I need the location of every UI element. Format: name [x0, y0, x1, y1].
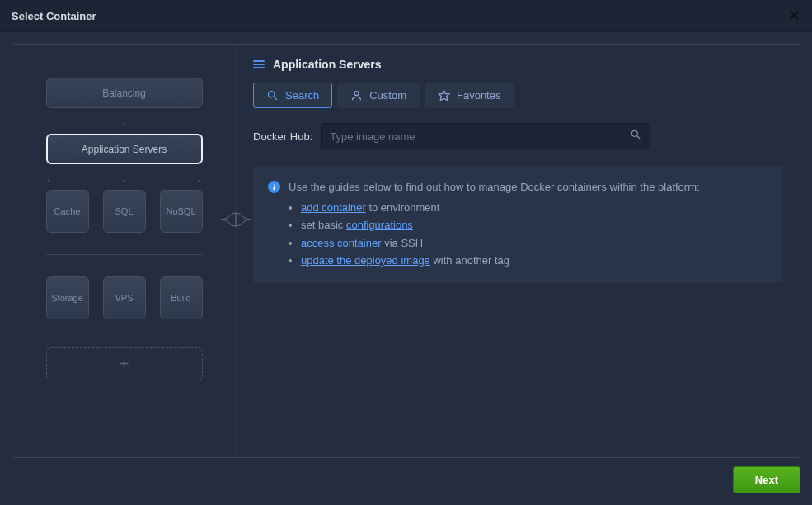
details-panel: Application Servers Search Custom	[237, 45, 800, 457]
arrow-down-icon: ↓	[121, 164, 128, 190]
next-button[interactable]: Next	[733, 466, 800, 493]
star-icon	[438, 89, 450, 101]
node-nosql[interactable]: NoSQL	[160, 190, 203, 233]
node-cache[interactable]: Cache	[46, 190, 89, 233]
list-item: update the deployed image with another t…	[301, 252, 768, 270]
node-storage[interactable]: Storage	[46, 276, 89, 319]
divider	[46, 254, 203, 255]
info-text: via SSH	[382, 237, 424, 249]
close-icon[interactable]: ✕	[788, 7, 800, 25]
search-row: Docker Hub:	[253, 123, 783, 149]
search-label: Docker Hub:	[253, 130, 312, 143]
info-box: i Use the guides below to find out how t…	[253, 166, 783, 283]
tab-custom[interactable]: Custom	[337, 83, 420, 108]
info-text: with another tag	[430, 254, 509, 267]
magnifier-icon[interactable]	[630, 129, 641, 144]
svg-marker-3	[439, 90, 449, 101]
user-icon	[350, 89, 363, 101]
extra-node-row: Storage VPS Build	[46, 276, 203, 319]
dialog-title: Select Container	[12, 10, 96, 22]
footer: Next	[12, 458, 800, 493]
tab-label: Custom	[369, 89, 406, 101]
tab-search[interactable]: Search	[253, 83, 332, 108]
arrow-down-icon: ↓	[121, 108, 128, 134]
arrow-row: ↓ ↓ ↓	[46, 164, 203, 190]
node-vps[interactable]: VPS	[103, 276, 146, 319]
panel-header: Application Servers	[253, 56, 783, 83]
db-node-row: Cache SQL NoSQL	[46, 190, 203, 233]
link-access-container[interactable]: access container	[301, 237, 382, 249]
info-icon: i	[268, 181, 280, 193]
list-item: add container to environment	[301, 199, 768, 217]
tab-label: Favorites	[457, 89, 500, 101]
add-node-button[interactable]: +	[46, 347, 203, 380]
info-lead-row: i Use the guides below to find out how t…	[268, 179, 768, 196]
content-area: Balancing ↓ Application Servers ↓ ↓ ↓ Ca…	[0, 32, 812, 505]
info-list: add container to environment set basic c…	[301, 199, 768, 270]
main-panel: Balancing ↓ Application Servers ↓ ↓ ↓ Ca…	[12, 44, 800, 458]
arrow-down-icon: ↓	[196, 164, 203, 190]
node-build[interactable]: Build	[160, 276, 203, 319]
tab-favorites[interactable]: Favorites	[425, 83, 514, 108]
list-item: set basic configurations	[301, 216, 768, 234]
panel-title: Application Servers	[273, 58, 382, 71]
link-configurations[interactable]: configurations	[346, 219, 413, 231]
info-text: to environment	[366, 201, 440, 214]
svg-line-5	[637, 136, 641, 139]
plus-icon: +	[120, 355, 129, 374]
svg-line-1	[274, 97, 277, 100]
node-application-servers[interactable]: Application Servers	[46, 134, 203, 164]
topology-sidebar: Balancing ↓ Application Servers ↓ ↓ ↓ Ca…	[12, 45, 237, 457]
link-add-container[interactable]: add container	[301, 201, 366, 214]
title-bar: Select Container ✕	[0, 0, 812, 32]
connector-line	[221, 213, 251, 226]
list-item: access container via SSH	[301, 234, 768, 252]
search-icon	[266, 89, 279, 101]
node-sql[interactable]: SQL	[103, 190, 146, 233]
list-icon	[253, 60, 265, 68]
search-input[interactable]	[330, 130, 630, 143]
topology-chain: Balancing ↓ Application Servers ↓ ↓ ↓ Ca…	[37, 78, 211, 380]
arrow-down-icon: ↓	[46, 164, 53, 190]
svg-point-2	[354, 92, 359, 96]
info-text: set basic	[301, 219, 346, 231]
tab-label: Search	[285, 89, 319, 101]
svg-point-0	[269, 92, 275, 98]
select-container-dialog: Select Container ✕ Balancing ↓ Applicati…	[0, 0, 812, 505]
tabs: Search Custom Favorites	[253, 83, 783, 108]
link-update-image[interactable]: update the deployed image	[301, 254, 430, 267]
svg-point-4	[632, 130, 638, 136]
node-balancing[interactable]: Balancing	[46, 78, 203, 108]
info-lead: Use the guides below to find out how to …	[289, 179, 700, 196]
search-box	[321, 123, 650, 149]
